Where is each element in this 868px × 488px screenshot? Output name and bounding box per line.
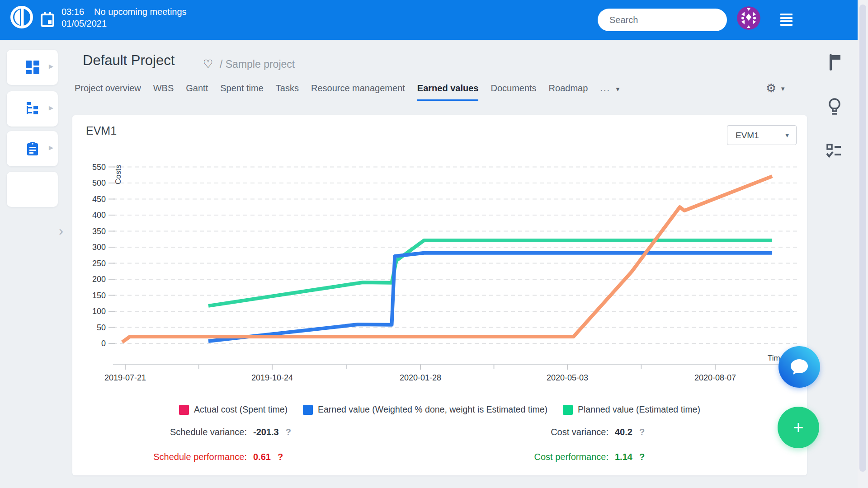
page-title: Default Project <box>83 52 175 69</box>
tab-wbs[interactable]: WBS <box>153 83 174 101</box>
stat-label: Cost performance: <box>452 452 609 462</box>
help-icon[interactable]: ? <box>286 427 291 437</box>
svg-text:2020-08-07: 2020-08-07 <box>694 373 736 382</box>
stat-value: 40.2 <box>615 427 632 437</box>
svg-text:Costs: Costs <box>114 165 123 184</box>
svg-text:150: 150 <box>92 291 106 300</box>
scrollbar-track <box>858 0 868 488</box>
chat-bubble-icon <box>789 357 810 376</box>
plus-icon: + <box>793 418 803 438</box>
sidebar-item-empty[interactable] <box>7 172 58 207</box>
svg-text:350: 350 <box>92 227 106 236</box>
favorite-heart-icon[interactable]: ♡ <box>203 57 213 70</box>
top-header: 03:16No upcoming meetings 01/05/2021 <box>0 0 868 40</box>
search-input[interactable] <box>598 9 727 31</box>
stat-label: Cost variance: <box>452 427 609 437</box>
chart-heading: EVM1 <box>86 124 117 137</box>
svg-text:450: 450 <box>92 195 106 204</box>
svg-text:50: 50 <box>97 323 106 332</box>
legend-item: Planned value (Estimated time) <box>563 404 700 415</box>
stat-value: -201.3 <box>253 427 279 437</box>
schedule-variance-stat: Schedule variance: -201.3 ? <box>90 427 291 437</box>
sidebar-expand-chevron-icon[interactable]: › <box>59 223 63 239</box>
legend-label: Planned value (Estimated time) <box>578 404 700 415</box>
tab-roadmap[interactable]: Roadmap <box>549 83 588 101</box>
app-logo-icon[interactable] <box>10 5 33 29</box>
svg-text:2020-05-03: 2020-05-03 <box>547 373 588 382</box>
dashboard-icon <box>26 61 39 74</box>
sidebar-item-tasks[interactable]: ▶ <box>7 131 58 166</box>
evm-line-chart: 050100150200250300350400450500550Costs20… <box>72 154 807 389</box>
svg-text:0: 0 <box>101 339 106 348</box>
tab-resource-management[interactable]: Resource management <box>311 83 405 101</box>
clipboard-icon <box>26 142 39 155</box>
chevron-right-icon: ▶ <box>49 144 53 151</box>
tab-settings-group[interactable]: ⚙▼ <box>766 81 786 95</box>
legend-label: Earned value (Weighted % done, weight is… <box>318 404 547 415</box>
svg-text:2019-10-24: 2019-10-24 <box>251 373 293 382</box>
calendar-icon[interactable] <box>41 11 54 28</box>
stat-label: Schedule performance: <box>90 452 247 462</box>
header-agenda: 03:16No upcoming meetings 01/05/2021 <box>61 6 187 29</box>
legend-item: Earned value (Weighted % done, weight is… <box>303 404 547 415</box>
tab-documents[interactable]: Documents <box>491 83 536 101</box>
legend-swatch <box>303 405 313 415</box>
tab-gantt[interactable]: Gantt <box>186 83 208 101</box>
stat-value: 0.61 <box>253 452 271 462</box>
evm-chart-card: EVM1 EVM1 ▼ 0501001502002503003504004505… <box>72 115 807 475</box>
svg-text:2020-01-28: 2020-01-28 <box>400 373 441 382</box>
stat-value: 1.14 <box>615 452 632 462</box>
stat-label: Schedule variance: <box>90 427 247 437</box>
chevron-down-icon: ▼ <box>615 86 621 93</box>
cost-variance-stat: Cost variance: 40.2 ? <box>452 427 645 437</box>
flag-icon[interactable] <box>829 54 841 72</box>
cost-performance-stat: Cost performance: 1.14 ? <box>452 452 645 462</box>
evm-selector[interactable]: EVM1 ▼ <box>727 125 797 145</box>
chevron-down-icon: ▼ <box>780 85 786 92</box>
legend-swatch <box>563 405 573 415</box>
tab-more[interactable]: ...▼ <box>600 83 621 101</box>
chat-fab-button[interactable] <box>778 346 820 388</box>
chevron-down-icon: ▼ <box>784 131 790 139</box>
legend-swatch <box>179 405 189 415</box>
clock-time: 03:16 <box>61 7 84 17</box>
wbs-tree-icon <box>26 102 39 116</box>
svg-text:100: 100 <box>92 307 106 316</box>
avatar[interactable] <box>737 6 760 30</box>
add-fab-button[interactable]: + <box>778 407 819 448</box>
svg-text:300: 300 <box>92 243 106 252</box>
sidebar-item-dashboard[interactable]: ▶ <box>7 50 58 85</box>
meetings-text: No upcoming meetings <box>94 7 187 17</box>
schedule-performance-stat: Schedule performance: 0.61 ? <box>90 452 283 462</box>
sidebar-item-project-structure[interactable]: ▶ <box>7 91 58 127</box>
chevron-right-icon: ▶ <box>49 63 53 70</box>
task-checklist-icon[interactable] <box>826 144 842 160</box>
menu-icon[interactable] <box>780 14 793 26</box>
tab-tasks[interactable]: Tasks <box>276 83 299 101</box>
help-icon[interactable]: ? <box>639 427 645 437</box>
chevron-right-icon: ▶ <box>49 104 53 111</box>
legend-item: Actual cost (Spent time) <box>179 404 288 415</box>
header-date: 01/05/2021 <box>61 18 187 29</box>
chart-legend: Actual cost (Spent time)Earned value (We… <box>72 404 807 415</box>
breadcrumb[interactable]: / Sample project <box>220 58 295 70</box>
evm-selector-value: EVM1 <box>736 131 759 141</box>
tab-earned-values[interactable]: Earned values <box>417 83 479 101</box>
tab-project-overview[interactable]: Project overview <box>75 83 141 101</box>
project-tab-bar: Project overviewWBSGanttSpent timeTasksR… <box>75 83 621 101</box>
svg-text:400: 400 <box>92 211 106 220</box>
svg-text:200: 200 <box>92 275 106 284</box>
gear-icon[interactable]: ⚙ <box>766 81 776 95</box>
scrollbar-thumb[interactable] <box>859 5 866 472</box>
help-icon[interactable]: ? <box>639 452 645 462</box>
legend-label: Actual cost (Spent time) <box>194 404 288 415</box>
svg-text:550: 550 <box>92 163 106 172</box>
svg-text:500: 500 <box>92 178 106 188</box>
svg-text:250: 250 <box>92 259 106 268</box>
ellipsis-icon: ... <box>600 83 610 93</box>
svg-text:2019-07-21: 2019-07-21 <box>104 373 146 382</box>
lightbulb-icon[interactable] <box>828 98 841 117</box>
help-icon[interactable]: ? <box>278 452 283 462</box>
tab-spent-time[interactable]: Spent time <box>220 83 264 101</box>
